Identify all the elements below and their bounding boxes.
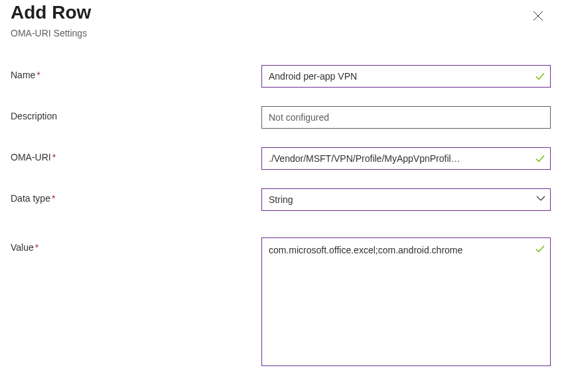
form: Name* Description OMA-URI [11, 65, 551, 369]
title-block: Add Row OMA-URI Settings [11, 1, 91, 38]
required-indicator: * [52, 193, 55, 204]
label-description: Description [11, 106, 261, 121]
add-row-panel: Add Row OMA-URI Settings Name* [0, 0, 562, 369]
control-name [261, 65, 551, 88]
description-input[interactable] [261, 106, 551, 129]
label-datatype-text: Data type [11, 193, 50, 204]
panel-header: Add Row OMA-URI Settings [11, 0, 551, 38]
required-indicator: * [36, 70, 40, 80]
row-datatype: Data type* String [11, 188, 551, 211]
label-name-text: Name [11, 70, 35, 80]
panel-subtitle: OMA-URI Settings [11, 28, 91, 38]
row-name: Name* [11, 65, 551, 88]
control-description [261, 106, 551, 129]
label-omauri: OMA-URI* [11, 147, 261, 163]
datatype-select[interactable]: String [261, 188, 551, 211]
value-textarea[interactable] [261, 237, 551, 366]
panel-title: Add Row [11, 1, 91, 24]
required-indicator: * [35, 242, 38, 253]
datatype-value: String [269, 194, 293, 205]
name-input[interactable] [261, 65, 551, 88]
close-icon [533, 11, 543, 23]
control-omauri [261, 147, 551, 170]
row-description: Description [11, 106, 551, 129]
label-description-text: Description [11, 111, 57, 121]
label-datatype: Data type* [11, 188, 261, 204]
row-value: Value* [11, 237, 551, 369]
close-button[interactable] [527, 5, 549, 29]
control-datatype: String [261, 188, 551, 211]
label-value-text: Value [11, 242, 34, 253]
label-omauri-text: OMA-URI [11, 152, 51, 163]
omauri-input[interactable] [261, 147, 551, 170]
control-value [261, 237, 551, 369]
label-value: Value* [11, 237, 261, 253]
row-omauri: OMA-URI* [11, 147, 551, 170]
label-name: Name* [11, 65, 261, 80]
required-indicator: * [52, 152, 56, 163]
